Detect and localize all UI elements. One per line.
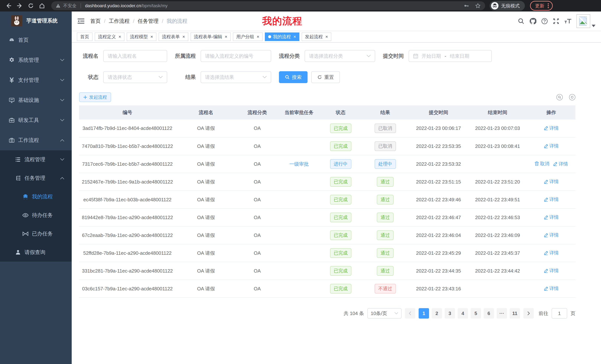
close-icon[interactable]: × xyxy=(325,35,328,39)
prev-page-button[interactable] xyxy=(405,308,415,318)
close-icon[interactable]: × xyxy=(225,35,227,39)
cell-category-text: OA xyxy=(254,161,261,167)
breadcrumb-workflow[interactable]: 工作流程 xyxy=(109,18,130,25)
page-button-3[interactable]: 3 xyxy=(445,308,455,318)
tab-5[interactable]: 用户分组× xyxy=(233,32,263,41)
action-label: 详情 xyxy=(549,285,559,291)
page-button-1[interactable]: 1 xyxy=(419,308,429,318)
detail-action-link[interactable]: 详情 xyxy=(544,285,559,291)
page-number-list: 123456···11 xyxy=(419,308,520,318)
cell-submit-time-text: 2022-01-23 00:06:17 xyxy=(416,125,461,131)
detail-action-link[interactable]: 详情 xyxy=(544,268,559,274)
refresh-table-icon[interactable] xyxy=(569,94,575,100)
cancel-action-link[interactable]: 取消 xyxy=(534,161,549,167)
security-label[interactable]: 不安全 xyxy=(63,3,77,9)
cell-category: OA xyxy=(236,280,278,297)
sidebar-item-7[interactable]: 任务管理 xyxy=(0,169,72,187)
process-name-input[interactable]: 请输入流程名 xyxy=(103,50,167,62)
category-select[interactable]: 请选择流程分类 xyxy=(305,50,375,62)
result-select[interactable]: 请选择流结果 xyxy=(200,71,271,83)
sidebar-item-8[interactable]: 我的流程 xyxy=(0,187,72,206)
tab-0[interactable]: 首页 xyxy=(77,32,92,41)
close-icon[interactable]: × xyxy=(182,35,185,39)
sidebar-item-10[interactable]: 已办任务 xyxy=(0,224,72,243)
url-host[interactable]: dashboard.yudao.iocoder.cn xyxy=(85,3,141,8)
key-icon[interactable] xyxy=(464,3,469,9)
sidebar-item-11[interactable]: 请假查询 xyxy=(0,243,72,262)
show-search-toggle-icon[interactable] xyxy=(556,94,563,100)
address-bar[interactable]: 不安全 dashboard.yudao.iocoder.cn/bpm/task/… xyxy=(51,1,485,10)
browser-home-button[interactable] xyxy=(37,1,47,10)
cell-category: OA xyxy=(236,262,278,280)
cell-end-time-text: 2022-01-22 23:51:20 xyxy=(475,179,520,185)
result-badge: 已取消 xyxy=(375,141,396,151)
status-select[interactable]: 请选择状态 xyxy=(103,71,167,83)
close-icon[interactable]: × xyxy=(293,35,296,39)
tab-7[interactable]: 发起流程× xyxy=(302,32,331,41)
font-size-icon[interactable] xyxy=(564,18,572,24)
github-icon[interactable] xyxy=(529,18,536,25)
table-row: 52ffd28e-7b9a-11ec-a290-acde48001122OA 请… xyxy=(79,244,575,262)
tab-2[interactable]: 流程模型× xyxy=(127,32,156,41)
tab-6[interactable]: 我的流程× xyxy=(265,32,299,41)
detail-action-link[interactable]: 详情 xyxy=(544,232,559,238)
submit-time-range-picker[interactable]: 开始日期 - 结束日期 xyxy=(409,50,492,62)
avatar[interactable] xyxy=(576,14,590,28)
help-icon[interactable] xyxy=(541,18,548,25)
browser-reload-button[interactable] xyxy=(26,1,36,10)
sidebar-item-2[interactable]: 支付管理 xyxy=(0,70,72,90)
page-button-6[interactable]: 6 xyxy=(484,308,494,318)
app-logo-row[interactable]: 芋道管理系统 xyxy=(0,11,72,30)
detail-action-link[interactable]: 详情 xyxy=(544,179,559,185)
next-page-button[interactable] xyxy=(523,308,534,318)
sidebar-item-1[interactable]: 系统管理 xyxy=(0,50,72,70)
sidebar-item-4[interactable]: 研发工具 xyxy=(0,110,72,130)
sidebar-item-3[interactable]: 基础设施 xyxy=(0,90,72,110)
tab-3[interactable]: 流程表单× xyxy=(159,32,188,41)
page-button-11[interactable]: 11 xyxy=(510,308,520,318)
current-task-link[interactable]: 一级审批 xyxy=(289,161,309,167)
close-icon[interactable]: × xyxy=(257,35,259,39)
browser-forward-button[interactable] xyxy=(15,1,25,10)
detail-action-link[interactable]: 详情 xyxy=(544,250,559,256)
search-icon[interactable] xyxy=(518,18,524,25)
user-menu[interactable] xyxy=(576,14,595,28)
browser-back-button[interactable] xyxy=(4,1,13,10)
cell-id: 331bc281-7b9a-11ec-a290-acde48001122 xyxy=(79,262,176,280)
start-process-button[interactable]: 发起流程 xyxy=(79,92,111,102)
page-button-4[interactable]: 4 xyxy=(458,308,468,318)
tab-1[interactable]: 流程定义× xyxy=(95,32,124,41)
detail-action-link[interactable]: 详情 xyxy=(544,214,559,220)
sidebar-collapse-button[interactable] xyxy=(77,18,85,25)
cell-submit-time-text: 2022-01-22 23:51:15 xyxy=(416,179,461,185)
breadcrumb-home[interactable]: 首页 xyxy=(90,18,101,25)
sidebar-item-9[interactable]: 待办任务 xyxy=(0,206,72,224)
browser-menu-icon[interactable] xyxy=(548,3,549,8)
search-button[interactable]: 搜索 xyxy=(279,71,308,83)
sidebar-item-6[interactable]: 流程管理 xyxy=(0,150,72,169)
detail-action-link[interactable]: 详情 xyxy=(544,196,559,202)
column-header-7: 结束时间 xyxy=(468,105,527,119)
sidebar-item-5[interactable]: 工作流程 xyxy=(0,130,72,150)
close-icon[interactable]: × xyxy=(119,35,121,39)
reset-button[interactable]: 重置 xyxy=(311,71,340,83)
detail-action-link[interactable]: 详情 xyxy=(544,125,559,131)
fullscreen-icon[interactable] xyxy=(553,18,559,25)
page-button-5[interactable]: 5 xyxy=(471,308,481,318)
breadcrumb-task[interactable]: 任务管理 xyxy=(138,18,159,25)
sidebar-item-0[interactable]: 首页 xyxy=(0,30,72,50)
page-button-2[interactable]: 2 xyxy=(432,308,442,318)
url-path[interactable]: /bpm/task/my xyxy=(141,3,168,8)
browser-update-button[interactable]: 更新 xyxy=(530,1,553,10)
cell-id-text: 7470a810-7b9b-11ec-b5b7-acde48001122 xyxy=(82,144,173,149)
close-icon[interactable]: × xyxy=(150,35,153,39)
detail-action-link[interactable]: 详情 xyxy=(553,161,568,167)
page-size-select[interactable]: 10条/页 xyxy=(367,308,401,318)
bookmark-star-icon[interactable] xyxy=(475,3,481,9)
cell-category-text: OA xyxy=(254,125,261,131)
process-definition-input[interactable]: 请输入流程定义的编号 xyxy=(200,50,271,62)
goto-page-input[interactable] xyxy=(551,308,567,318)
tab-4[interactable]: 流程表单-编辑× xyxy=(190,32,231,41)
update-label: 更新 xyxy=(535,3,544,9)
detail-action-link[interactable]: 详情 xyxy=(544,143,559,149)
